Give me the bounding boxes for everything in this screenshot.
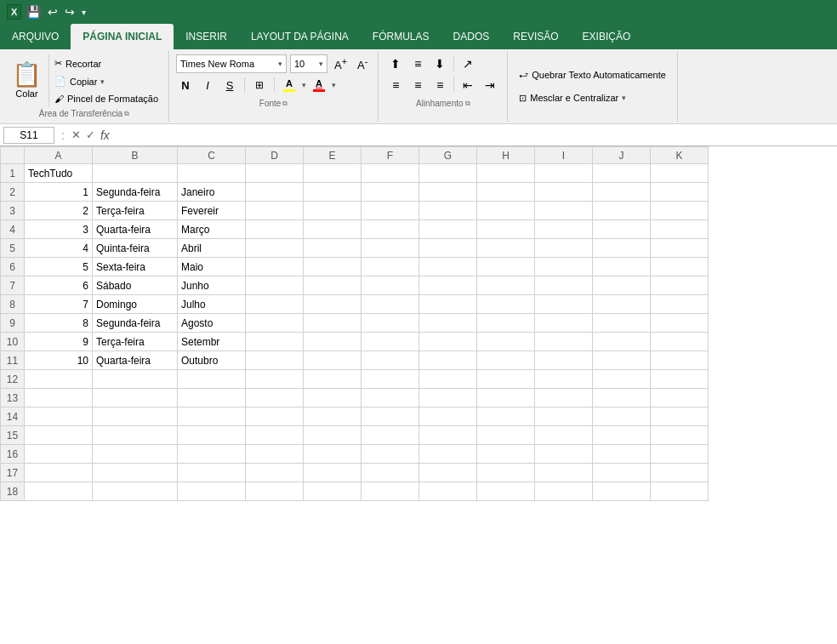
- col-header-I[interactable]: I: [535, 147, 593, 164]
- cell-F8[interactable]: [362, 295, 419, 314]
- cell-B7[interactable]: Sábado: [93, 276, 178, 295]
- cell-I4[interactable]: [535, 220, 593, 239]
- fx-icon[interactable]: fx: [100, 128, 110, 142]
- cell-I8[interactable]: [535, 295, 593, 314]
- cell-C8[interactable]: Julho: [178, 295, 246, 314]
- col-header-J[interactable]: J: [593, 147, 651, 164]
- cell-A6[interactable]: 5: [25, 258, 93, 276]
- cell-E10[interactable]: [304, 333, 362, 351]
- cell-J8[interactable]: [593, 295, 651, 314]
- cell-K12[interactable]: [651, 370, 709, 389]
- cell-J16[interactable]: [593, 445, 651, 464]
- cell-B2[interactable]: Segunda-feira: [93, 183, 178, 202]
- cell-K2[interactable]: [651, 183, 709, 202]
- cell-J18[interactable]: [593, 482, 651, 501]
- cell-C15[interactable]: [178, 426, 246, 445]
- row-header-9[interactable]: 9: [1, 314, 25, 333]
- cell-A15[interactable]: [25, 426, 93, 445]
- cell-A7[interactable]: 6: [25, 276, 93, 295]
- cell-G8[interactable]: [419, 295, 477, 314]
- cell-H3[interactable]: [477, 202, 535, 220]
- cell-E6[interactable]: [304, 258, 362, 276]
- cell-F16[interactable]: [362, 445, 419, 464]
- cell-A16[interactable]: [25, 445, 93, 464]
- cell-I9[interactable]: [535, 314, 593, 333]
- cell-F17[interactable]: [362, 464, 419, 482]
- redo-icon[interactable]: ↪: [63, 3, 77, 20]
- cell-D17[interactable]: [246, 464, 304, 482]
- cell-I6[interactable]: [535, 258, 593, 276]
- tab-layout[interactable]: LAYOUT DA PÁGINA: [239, 24, 361, 49]
- font-family-select[interactable]: Times New Roma ▾: [176, 54, 287, 73]
- clipboard-group-label[interactable]: Área de Transferência ⧉: [5, 109, 163, 118]
- cell-H6[interactable]: [477, 258, 535, 276]
- increase-font-size-button[interactable]: A+: [331, 55, 350, 72]
- cell-D1[interactable]: [246, 164, 304, 183]
- cell-C13[interactable]: [178, 389, 246, 407]
- cell-J15[interactable]: [593, 426, 651, 445]
- cell-G18[interactable]: [419, 482, 477, 501]
- cell-F9[interactable]: [362, 314, 419, 333]
- decrease-font-size-button[interactable]: A-: [354, 55, 371, 72]
- cell-G1[interactable]: [419, 164, 477, 183]
- border-button[interactable]: ⊞: [250, 76, 269, 94]
- cell-C14[interactable]: [178, 407, 246, 426]
- cell-H15[interactable]: [477, 426, 535, 445]
- cell-K7[interactable]: [651, 276, 709, 295]
- cell-B6[interactable]: Sexta-feira: [93, 258, 178, 276]
- cell-A10[interactable]: 9: [25, 333, 93, 351]
- cell-E17[interactable]: [304, 464, 362, 482]
- cell-C9[interactable]: Agosto: [178, 314, 246, 333]
- cell-C10[interactable]: Setembr: [178, 333, 246, 351]
- merge-center-button[interactable]: ⊡ Mesclar e Centralizar ▾: [515, 88, 670, 108]
- cell-I10[interactable]: [535, 333, 593, 351]
- cell-G17[interactable]: [419, 464, 477, 482]
- cell-I3[interactable]: [535, 202, 593, 220]
- cell-D15[interactable]: [246, 426, 304, 445]
- cell-B10[interactable]: Terça-feira: [93, 333, 178, 351]
- decrease-indent-button[interactable]: ⇤: [458, 76, 478, 94]
- cell-F2[interactable]: [362, 183, 419, 202]
- angle-text-button[interactable]: ↗: [458, 54, 478, 73]
- font-size-select[interactable]: 10 ▾: [290, 54, 327, 73]
- row-header-3[interactable]: 3: [1, 202, 25, 220]
- cell-K17[interactable]: [651, 464, 709, 482]
- copy-button[interactable]: 📄 Copiar ▾: [53, 75, 160, 88]
- cell-K18[interactable]: [651, 482, 709, 501]
- cell-H7[interactable]: [477, 276, 535, 295]
- cell-H10[interactable]: [477, 333, 535, 351]
- alignment-expander-icon[interactable]: ⧉: [465, 100, 470, 108]
- cell-G4[interactable]: [419, 220, 477, 239]
- col-header-D[interactable]: D: [246, 147, 304, 164]
- cell-C11[interactable]: Outubro: [178, 351, 246, 370]
- cell-H11[interactable]: [477, 351, 535, 370]
- customize-icon[interactable]: ▾: [80, 6, 88, 19]
- cell-B4[interactable]: Quarta-feira: [93, 220, 178, 239]
- align-top-button[interactable]: ⬆: [385, 54, 406, 73]
- cell-H9[interactable]: [477, 314, 535, 333]
- underline-button[interactable]: S: [220, 76, 239, 94]
- cell-C12[interactable]: [178, 370, 246, 389]
- cell-H17[interactable]: [477, 464, 535, 482]
- increase-indent-button[interactable]: ⇥: [480, 76, 500, 94]
- cell-I17[interactable]: [535, 464, 593, 482]
- cell-B13[interactable]: [93, 389, 178, 407]
- cell-F5[interactable]: [362, 239, 419, 258]
- row-header-16[interactable]: 16: [1, 445, 25, 464]
- cell-A12[interactable]: [25, 370, 93, 389]
- cell-E12[interactable]: [304, 370, 362, 389]
- cell-K3[interactable]: [651, 202, 709, 220]
- cell-F3[interactable]: [362, 202, 419, 220]
- col-header-H[interactable]: H: [477, 147, 535, 164]
- cell-B11[interactable]: Quarta-feira: [93, 351, 178, 370]
- fill-color-button[interactable]: A: [280, 76, 299, 94]
- cell-J6[interactable]: [593, 258, 651, 276]
- cell-F14[interactable]: [362, 407, 419, 426]
- cell-K11[interactable]: [651, 351, 709, 370]
- cell-J1[interactable]: [593, 164, 651, 183]
- cell-B3[interactable]: Terça-feira: [93, 202, 178, 220]
- cell-F13[interactable]: [362, 389, 419, 407]
- col-header-C[interactable]: C: [178, 147, 246, 164]
- cell-K14[interactable]: [651, 407, 709, 426]
- font-color-button[interactable]: A: [310, 76, 328, 94]
